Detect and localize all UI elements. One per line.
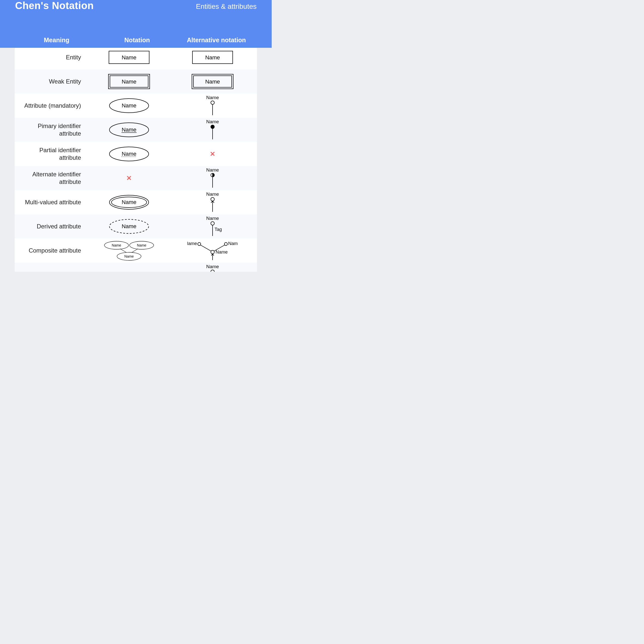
svg-line-45 <box>120 249 127 253</box>
table-row: Weak Entity Name Name <box>15 69 257 94</box>
svg-text:Name: Name <box>122 199 137 205</box>
svg-point-31 <box>211 197 214 201</box>
svg-text:Tag: Tag <box>215 227 222 232</box>
svg-text:Name: Name <box>206 168 219 173</box>
alt-notation-cell: Name <box>168 73 257 90</box>
svg-text:Name: Name <box>206 96 219 100</box>
notation-cell: ✕ <box>90 174 168 182</box>
alt-notation-cell: Name Name Name <box>168 240 257 261</box>
svg-point-36 <box>211 222 214 225</box>
svg-point-13 <box>211 101 214 104</box>
svg-point-50 <box>224 243 227 246</box>
table-row: Attribute (mandatory) Name Name <box>15 94 257 118</box>
column-headers: Meaning Notation Alternative notation <box>15 36 257 44</box>
table-row: Derived attribute Name Name Tag <box>15 214 257 238</box>
svg-text:Name: Name <box>205 78 220 85</box>
col-notation: Notation <box>98 36 176 44</box>
meaning-label: Weak Entity <box>15 78 90 85</box>
notation-cell: Name <box>90 218 168 234</box>
meaning-label: Composite attribute <box>15 247 90 254</box>
page-subtitle: Entities & attributes <box>196 3 257 11</box>
svg-text:Name: Name <box>112 243 121 247</box>
meaning-label: Partial identifierattribute <box>15 146 90 162</box>
svg-text:Name: Name <box>122 127 137 133</box>
col-meaning: Meaning <box>15 36 98 44</box>
svg-line-46 <box>132 249 138 253</box>
svg-text:Name: Name <box>122 102 137 109</box>
table-row: Composite attribute Name Name Name Name … <box>15 238 257 263</box>
meaning-label: Derived attribute <box>15 223 90 230</box>
alt-notation-cell: Name <box>168 120 257 140</box>
svg-text:Name: Name <box>206 120 219 124</box>
svg-text:Name: Name <box>187 241 197 246</box>
x-icon: ✕ <box>210 150 215 158</box>
svg-text:Name: Name <box>205 54 220 61</box>
alt-notation-cell: ✕ <box>168 150 257 158</box>
svg-text:Name: Name <box>122 151 137 157</box>
meaning-label: Attribute (mandatory) <box>15 102 90 109</box>
svg-text:Name: Name <box>206 192 219 197</box>
svg-text:Name: Name <box>124 254 134 258</box>
notation-cell: Name Name Name <box>90 240 168 261</box>
svg-line-53 <box>200 245 211 251</box>
svg-point-19 <box>211 125 214 129</box>
col-alternative: Alternative notation <box>176 36 257 44</box>
svg-text:Name: Name <box>122 54 137 61</box>
notation-cell: Name <box>90 122 168 138</box>
svg-text:Name: Name <box>122 78 137 85</box>
table-row: Multi-valued attribute Name Name <box>15 190 257 214</box>
alt-notation-cell: Name <box>168 168 257 188</box>
svg-text:Name: Name <box>216 250 228 255</box>
meaning-label: Optional attribute <box>15 271 90 272</box>
alt-notation-cell: Name <box>168 265 257 272</box>
header-banner: Chen's Notation Entities & attributes Me… <box>0 0 272 48</box>
svg-point-57 <box>211 270 214 272</box>
table-row: Entity Name Name <box>15 45 257 69</box>
alt-notation-cell: Name <box>168 192 257 212</box>
meaning-label: Pimary identifierattribute <box>15 122 90 137</box>
x-icon: ✕ <box>126 271 132 272</box>
meaning-label: Multi-valued attribute <box>15 198 90 206</box>
svg-text:Name: Name <box>137 243 146 247</box>
svg-text:Name: Name <box>228 241 238 246</box>
alt-notation-cell: Name Tag <box>168 216 257 236</box>
svg-text:Name: Name <box>122 223 137 229</box>
meaning-label: Entity <box>15 54 90 61</box>
svg-text:Name: Name <box>206 216 219 221</box>
notation-cell: Name <box>90 146 168 162</box>
alt-notation-cell: Name <box>168 96 257 116</box>
svg-text:Name: Name <box>206 265 219 269</box>
svg-point-51 <box>211 250 214 254</box>
notation-table: Entity Name Name Weak Entity Name Name A… <box>15 45 257 272</box>
notation-cell: Name <box>90 194 168 210</box>
meaning-label: Alternate identifierattribute <box>15 171 90 186</box>
table-row: Partial identifierattribute Name ✕ <box>15 142 257 166</box>
table-row: Alternate identifierattribute ✕ Name <box>15 166 257 190</box>
notation-cell: Name <box>90 98 168 114</box>
notation-cell: Name <box>90 73 168 90</box>
table-row: Optional attribute ✕ Name <box>15 263 257 272</box>
x-icon: ✕ <box>126 174 132 182</box>
svg-point-48 <box>198 243 201 246</box>
alt-notation-cell: Name <box>168 50 257 65</box>
table-row: Pimary identifierattribute Name Name <box>15 118 257 142</box>
notation-cell: Name <box>90 50 168 65</box>
notation-cell: ✕ <box>90 271 168 272</box>
